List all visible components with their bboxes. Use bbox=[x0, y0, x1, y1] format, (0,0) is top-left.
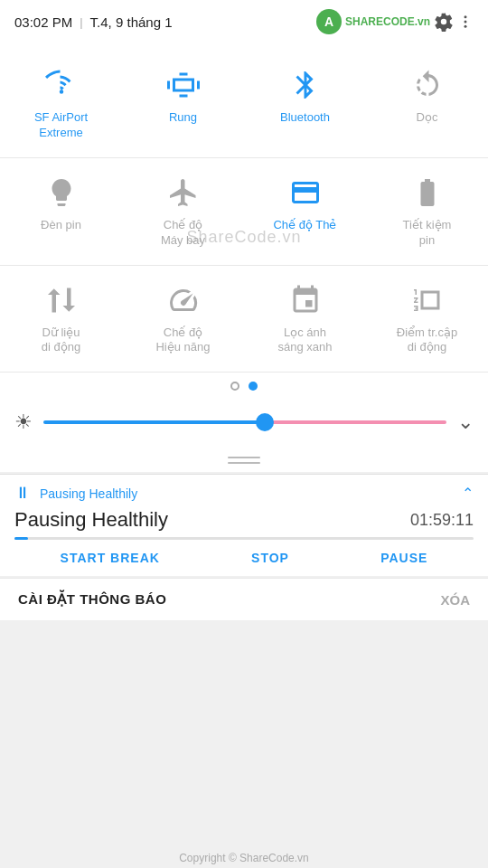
toggle-cardmode[interactable]: Chế độ Thẻ bbox=[251, 165, 360, 258]
media-main: Pausing Healthily 01:59:11 bbox=[0, 506, 488, 537]
toggle-row-2: Đèn pin Chế độMáy bay Chế độ Thẻ Tiết ki… bbox=[0, 158, 488, 266]
svg-point-1 bbox=[465, 21, 467, 24]
vibrate-icon bbox=[165, 67, 202, 103]
drag-line-2 bbox=[228, 462, 260, 464]
media-expand-icon[interactable]: ⌃ bbox=[462, 485, 474, 502]
toggle-battery[interactable]: Tiết kiệmpin bbox=[373, 165, 482, 258]
media-title-large: Pausing Healthily bbox=[14, 508, 168, 532]
sharecode-text: SHARECODE.vn bbox=[345, 16, 430, 27]
toggle-wifi[interactable]: SF AirPortExtreme bbox=[7, 58, 116, 150]
dots-icon bbox=[457, 14, 474, 30]
svg-point-2 bbox=[465, 25, 467, 28]
toggle-performance[interactable]: Chế độHiệu năng bbox=[129, 273, 238, 365]
media-progress-fill bbox=[14, 537, 28, 540]
bluetooth-label: Bluetooth bbox=[280, 110, 330, 126]
xoa-button[interactable]: XÓA bbox=[440, 592, 470, 608]
start-break-button[interactable]: START BREAK bbox=[61, 551, 160, 565]
toggle-bluetooth[interactable]: Bluetooth bbox=[251, 58, 360, 150]
media-header: ⏸ Pausing Healthily ⌃ bbox=[0, 475, 488, 506]
rotate-icon bbox=[409, 67, 446, 103]
notification-label[interactable]: CÀI ĐẶT THÔNG BÁO bbox=[18, 591, 166, 608]
page-dots bbox=[0, 373, 488, 398]
media-pause-icon: ⏸ bbox=[14, 484, 31, 503]
svg-point-0 bbox=[465, 15, 467, 18]
media-controls: START BREAK STOP PAUSE bbox=[0, 540, 488, 576]
brightness-row: ☀ ⌄ bbox=[0, 398, 488, 447]
notification-bar: CÀI ĐẶT THÔNG BÁO XÓA bbox=[0, 578, 488, 620]
quick-settings-panel: SF AirPortExtreme Rung Bluetooth Dọc bbox=[0, 43, 488, 472]
toggle-row-1: SF AirPortExtreme Rung Bluetooth Dọc bbox=[0, 51, 488, 158]
wifi-label: SF AirPortExtreme bbox=[34, 110, 88, 141]
status-bar: 03:02 PM | T.4, 9 tháng 1 A SHARECODE.vn bbox=[0, 0, 488, 43]
flashlight-label: Đèn pin bbox=[41, 218, 81, 233]
toggle-airplane[interactable]: Chế độMáy bay bbox=[129, 165, 238, 258]
performance-label: Chế độHiệu năng bbox=[155, 326, 210, 356]
brightness-thumb bbox=[256, 413, 274, 431]
pause-button[interactable]: PAUSE bbox=[380, 551, 427, 565]
logo-circle: A bbox=[316, 9, 342, 34]
vibrate-label: Rung bbox=[169, 110, 197, 126]
battery-icon bbox=[409, 175, 446, 211]
brightness-slider[interactable] bbox=[43, 413, 446, 431]
toggle-data[interactable]: Dữ liệudi động bbox=[7, 273, 116, 365]
toggle-row-3: Dữ liệudi động Chế độHiệu năng Lọc ánhsá… bbox=[0, 266, 488, 373]
toggle-rotate[interactable]: Dọc bbox=[373, 58, 482, 150]
hotspot-icon bbox=[409, 282, 446, 318]
toggle-bluelight[interactable]: Lọc ánhsáng xanh bbox=[251, 273, 360, 365]
drag-handle bbox=[0, 447, 488, 472]
rotate-label: Dọc bbox=[417, 110, 438, 126]
status-separator: | bbox=[80, 15, 82, 29]
media-section: ⏸ Pausing Healthily ⌃ Pausing Healthily … bbox=[0, 474, 488, 576]
cardmode-icon bbox=[287, 175, 324, 211]
drag-handle-lines bbox=[228, 454, 260, 467]
media-progress-bar[interactable] bbox=[14, 537, 474, 540]
toggle-hotspot[interactable]: Điểm tr.cậpdi động bbox=[373, 273, 482, 365]
status-time: 03:02 PM bbox=[14, 14, 72, 30]
status-date: T.4, 9 tháng 1 bbox=[90, 14, 173, 30]
media-time: 01:59:11 bbox=[410, 511, 474, 530]
media-title-small: Pausing Healthily bbox=[40, 486, 453, 501]
performance-icon bbox=[165, 282, 202, 318]
flashlight-icon bbox=[43, 175, 80, 211]
toggle-vibrate[interactable]: Rung bbox=[129, 58, 238, 150]
stop-button[interactable]: STOP bbox=[251, 551, 289, 565]
brightness-icon: ☀ bbox=[14, 410, 33, 434]
data-label: Dữ liệudi động bbox=[42, 326, 80, 356]
gear-icon bbox=[434, 12, 454, 32]
sharecode-logo: A SHARECODE.vn bbox=[316, 9, 474, 34]
dot-2[interactable] bbox=[249, 382, 258, 391]
airplane-icon bbox=[165, 175, 202, 211]
battery-label: Tiết kiệmpin bbox=[403, 218, 452, 249]
cardmode-label: Chế độ Thẻ bbox=[273, 218, 336, 233]
wifi-icon bbox=[43, 67, 80, 103]
drag-line-1 bbox=[228, 457, 260, 458]
dot-1[interactable] bbox=[230, 382, 239, 391]
airplane-label: Chế độMáy bay bbox=[161, 218, 205, 249]
copyright-text: Copyright © ShareCode.vn bbox=[0, 848, 488, 868]
toggle-flashlight[interactable]: Đèn pin bbox=[7, 165, 116, 258]
data-icon bbox=[43, 282, 80, 318]
bluelight-label: Lọc ánhsáng xanh bbox=[278, 326, 333, 356]
chevron-down-icon[interactable]: ⌄ bbox=[457, 410, 474, 434]
brightness-track bbox=[43, 420, 446, 424]
hotspot-label: Điểm tr.cậpdi động bbox=[397, 326, 457, 356]
bluelight-icon bbox=[287, 282, 324, 318]
bluetooth-icon bbox=[287, 67, 324, 103]
